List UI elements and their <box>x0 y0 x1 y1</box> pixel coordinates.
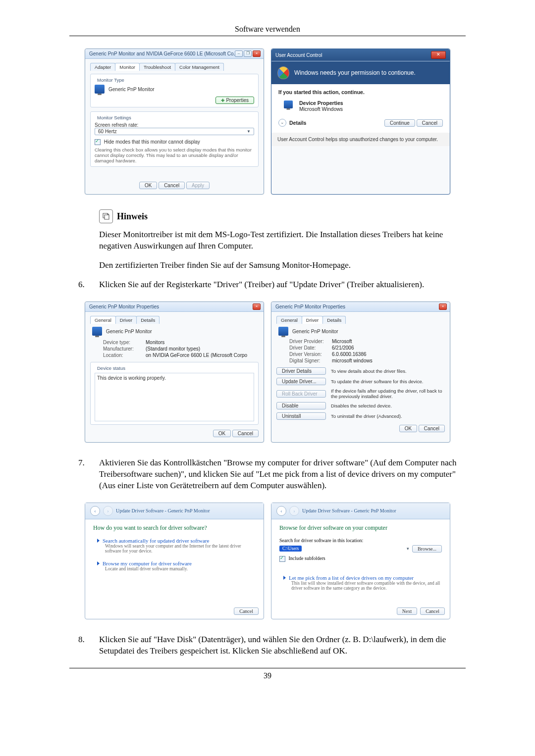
cancel-button[interactable]: Cancel <box>417 119 443 127</box>
tab-troubleshoot[interactable]: Troubleshoot <box>139 63 175 71</box>
note-title: Hinweis <box>117 211 148 222</box>
rollback-driver-desc: If the device fails after updating the d… <box>331 388 445 399</box>
window-controls: × <box>253 303 261 310</box>
shield-icon <box>277 66 289 79</box>
properties-button-label: Properties <box>226 98 249 103</box>
update-driver-desc: To update the driver software for this d… <box>331 379 445 384</box>
monitor-settings-legend: Monitor Settings <box>96 115 133 120</box>
ok-button[interactable]: OK <box>399 425 417 432</box>
update-driver-wizard-search: ‹ › Update Driver Software - Generic PnP… <box>85 503 264 619</box>
wizard-heading: Browse for driver software on your compu… <box>279 524 442 532</box>
window-title: Generic PnP Monitor Properties <box>271 302 450 312</box>
device-type-label: Device type: <box>103 340 142 345</box>
ok-button[interactable]: OK <box>139 182 157 189</box>
step-text: Klicken Sie auf "Have Disk" (Datenträger… <box>99 634 466 657</box>
refresh-rate-value: 60 Hertz <box>98 129 117 134</box>
tab-driver[interactable]: Driver <box>115 316 137 324</box>
uac-started: If you started this action, continue. <box>278 89 443 95</box>
tab-driver[interactable]: Driver <box>302 316 323 324</box>
forward-icon: › <box>289 506 299 516</box>
refresh-rate-select[interactable]: 60 Hertz ▼ <box>95 128 254 135</box>
opt-browse-computer[interactable]: Browse my computer for driver software L… <box>97 560 256 571</box>
close-icon[interactable]: × <box>253 303 261 310</box>
page-header: Software verwenden <box>69 25 466 34</box>
uac-dialog: User Account Control ✕ Windows needs you… <box>271 49 450 195</box>
driver-details-desc: To view details about the driver files. <box>331 368 445 374</box>
location-label: Location: <box>103 353 142 358</box>
apply-button: Apply <box>186 182 210 189</box>
browse-button[interactable]: Browse... <box>412 545 442 553</box>
tab-general[interactable]: General <box>276 316 302 324</box>
note-heading: Hinweis <box>99 209 466 223</box>
step-number: 6. <box>78 279 99 291</box>
include-subfolders-label: Include subfolders <box>289 555 325 561</box>
disable-button[interactable]: Disable <box>276 402 326 409</box>
hide-modes-checkbox[interactable] <box>95 139 101 145</box>
monitor-settings-group: Monitor Settings Screen refresh rate: 60… <box>90 111 259 167</box>
tab-adapter[interactable]: Adapter <box>90 63 115 71</box>
opt-pick-from-list[interactable]: Let me pick from a list of device driver… <box>283 575 442 591</box>
opt-title: Let me pick from a list of device driver… <box>289 575 414 581</box>
driver-details-button[interactable]: Driver Details <box>276 367 326 375</box>
uac-details[interactable]: Details <box>289 120 306 126</box>
opt-desc: Locate and install driver software manua… <box>105 566 256 571</box>
back-icon[interactable]: ‹ <box>90 506 100 516</box>
pnp-properties-general: × Generic PnP Monitor Properties General… <box>85 302 264 443</box>
uac-title: User Account Control ✕ <box>271 49 450 61</box>
device-type-value: Monitors <box>146 340 164 345</box>
note-para-1: Dieser Monitortreiber ist mit dem MS-Log… <box>99 229 466 252</box>
date-value: 6/21/2006 <box>332 345 354 351</box>
cancel-button[interactable]: Cancel <box>159 182 185 189</box>
minimize-icon[interactable]: – <box>235 50 243 57</box>
update-driver-button[interactable]: Update Driver... <box>276 378 326 385</box>
note-icon <box>99 209 113 223</box>
arrow-right-icon <box>97 539 100 543</box>
location-value: on NVIDIA GeForce 6600 LE (Microsoft Cor… <box>146 353 247 358</box>
refresh-rate-label: Screen refresh rate: <box>95 122 254 128</box>
include-subfolders-checkbox[interactable] <box>279 556 285 562</box>
chevron-down-icon[interactable]: ▾ <box>407 546 409 551</box>
window-controls: – ❐ × <box>235 50 261 57</box>
ok-button[interactable]: OK <box>213 430 231 437</box>
cancel-button[interactable]: Cancel <box>419 425 445 432</box>
cancel-button[interactable]: Cancel <box>420 607 445 615</box>
maximize-icon[interactable]: ❐ <box>244 50 252 57</box>
cancel-button[interactable]: Cancel <box>234 607 259 615</box>
step-7: 7. Aktivieren Sie das Kontrollkästchen "… <box>78 457 466 492</box>
version-value: 6.0.6000.16386 <box>332 352 367 357</box>
figure-2: × Generic PnP Monitor Properties General… <box>69 302 466 443</box>
figure-3: ‹ › Update Driver Software - Generic PnP… <box>69 503 466 619</box>
tab-details[interactable]: Details <box>322 316 346 324</box>
path-field[interactable]: C:\Users <box>279 546 302 552</box>
tab-color-management[interactable]: Color Management <box>175 63 224 71</box>
next-button[interactable]: Next <box>397 607 417 615</box>
wizard-question: How do you want to search for driver sof… <box>93 524 256 532</box>
cancel-button[interactable]: Cancel <box>232 430 259 437</box>
device-status-text: This device is working properly. <box>95 373 254 421</box>
version-label: Driver Version: <box>289 352 328 357</box>
step-8: 8. Klicken Sie auf "Have Disk" (Datenträ… <box>78 634 466 657</box>
top-rule <box>69 36 466 36</box>
arrow-right-icon <box>97 561 100 565</box>
tab-general[interactable]: General <box>90 316 116 324</box>
monitor-icon <box>95 85 105 94</box>
monitor-type-group: Monitor Type Generic PnP Monitor ✚ Prope… <box>90 74 259 107</box>
uac-app-name: Device Properties <box>299 100 343 106</box>
tab-monitor[interactable]: Monitor <box>115 63 140 71</box>
continue-button[interactable]: Continue <box>384 119 415 127</box>
arrow-right-icon <box>283 576 286 580</box>
close-icon[interactable]: ✕ <box>431 51 446 59</box>
step-number: 7. <box>78 457 99 492</box>
search-location-label: Search for driver software in this locat… <box>279 538 442 543</box>
monitor-icon <box>92 327 102 336</box>
properties-button[interactable]: ✚ Properties <box>215 97 254 104</box>
monitor-icon <box>278 327 288 336</box>
chevron-down-icon[interactable]: ⌄ <box>278 119 286 127</box>
close-icon[interactable]: × <box>439 303 447 310</box>
close-icon[interactable]: × <box>253 50 261 57</box>
back-icon[interactable]: ‹ <box>276 506 286 516</box>
pnp-properties-driver: × Generic PnP Monitor Properties General… <box>271 302 450 443</box>
tab-details[interactable]: Details <box>136 316 160 324</box>
uninstall-button[interactable]: Uninstall <box>276 412 326 420</box>
opt-search-auto[interactable]: Search automatically for updated driver … <box>97 538 256 554</box>
